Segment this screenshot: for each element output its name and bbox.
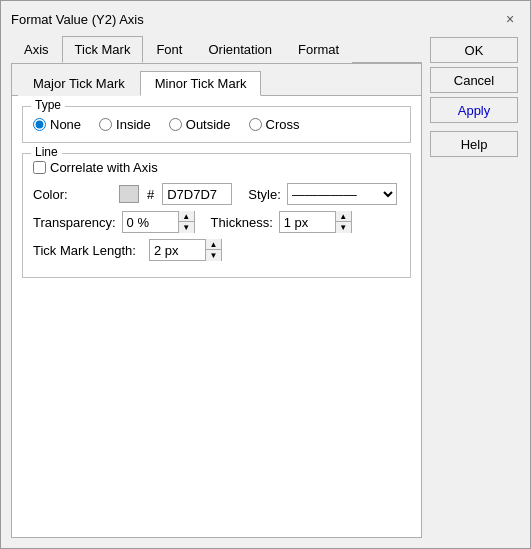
tick-length-spinner: ▲ ▼ <box>149 239 222 261</box>
radio-cross-input[interactable] <box>249 118 262 131</box>
transparency-label: Transparency: <box>33 215 116 230</box>
transparency-spinner-btns: ▲ ▼ <box>178 211 194 233</box>
style-select[interactable]: ————— - - - - · · · · <box>287 183 397 205</box>
style-label: Style: <box>248 187 281 202</box>
transparency-down-btn[interactable]: ▼ <box>178 222 194 233</box>
thickness-spinner: ▲ ▼ <box>279 211 352 233</box>
title-bar: Format Value (Y2) Axis × <box>1 1 530 35</box>
tab-orientation[interactable]: Orientation <box>195 36 285 63</box>
radio-none-input[interactable] <box>33 118 46 131</box>
transparency-row: Transparency: ▲ ▼ Thickness: <box>33 211 400 233</box>
color-row: Color: # Style: ————— - - - - · · · · <box>33 183 400 205</box>
close-button[interactable]: × <box>500 9 520 29</box>
radio-outside-input[interactable] <box>169 118 182 131</box>
apply-button[interactable]: Apply <box>430 97 518 123</box>
radio-none-label: None <box>50 117 81 132</box>
correlate-label: Correlate with Axis <box>50 160 158 175</box>
type-radio-row: None Inside Outside <box>33 113 400 132</box>
ok-button[interactable]: OK <box>430 37 518 63</box>
line-group-label: Line <box>31 145 62 159</box>
tick-length-row: Tick Mark Length: ▲ ▼ <box>33 239 400 261</box>
sub-tab-minor[interactable]: Minor Tick Mark <box>140 71 262 96</box>
tick-length-down-btn[interactable]: ▼ <box>205 250 221 261</box>
tick-length-up-btn[interactable]: ▲ <box>205 239 221 250</box>
correlate-checkbox[interactable]: Correlate with Axis <box>33 160 400 175</box>
radio-inside-label: Inside <box>116 117 151 132</box>
transparency-input[interactable] <box>123 212 178 232</box>
transparency-up-btn[interactable]: ▲ <box>178 211 194 222</box>
thickness-spinner-btns: ▲ ▼ <box>335 211 351 233</box>
tick-length-spinner-btns: ▲ ▼ <box>205 239 221 261</box>
sub-tabs: Major Tick Mark Minor Tick Mark <box>12 64 421 96</box>
cancel-button[interactable]: Cancel <box>430 67 518 93</box>
color-label: Color: <box>33 187 113 202</box>
tab-font[interactable]: Font <box>143 36 195 63</box>
tick-length-input[interactable] <box>150 240 205 260</box>
tab-tick-mark[interactable]: Tick Mark <box>62 36 144 63</box>
radio-none[interactable]: None <box>33 117 81 132</box>
hex-input[interactable] <box>162 183 232 205</box>
thickness-down-btn[interactable]: ▼ <box>335 222 351 233</box>
thickness-up-btn[interactable]: ▲ <box>335 211 351 222</box>
thickness-input[interactable] <box>280 212 335 232</box>
transparency-spinner: ▲ ▼ <box>122 211 195 233</box>
help-button[interactable]: Help <box>430 131 518 157</box>
thickness-label: Thickness: <box>211 215 273 230</box>
sub-content: Type None Inside <box>12 96 421 537</box>
color-swatch[interactable] <box>119 185 139 203</box>
tab-format[interactable]: Format <box>285 36 352 63</box>
tick-length-label: Tick Mark Length: <box>33 243 143 258</box>
correlate-input[interactable] <box>33 161 46 174</box>
radio-outside[interactable]: Outside <box>169 117 231 132</box>
type-group-label: Type <box>31 98 65 112</box>
line-group: Line Correlate with Axis Color: # <box>22 153 411 278</box>
type-group: Type None Inside <box>22 106 411 143</box>
hash-label: # <box>147 187 154 202</box>
dialog-title: Format Value (Y2) Axis <box>11 12 144 27</box>
radio-cross[interactable]: Cross <box>249 117 300 132</box>
radio-inside-input[interactable] <box>99 118 112 131</box>
dialog: Format Value (Y2) Axis × Axis Tick Mark … <box>0 0 531 549</box>
main-tabs: Axis Tick Mark Font Orientation Format <box>11 35 422 63</box>
sub-tab-major[interactable]: Major Tick Mark <box>18 71 140 96</box>
sub-tab-container: Major Tick Mark Minor Tick Mark Type Non… <box>11 63 422 538</box>
tab-axis[interactable]: Axis <box>11 36 62 63</box>
radio-cross-label: Cross <box>266 117 300 132</box>
left-panel: Axis Tick Mark Font Orientation Format M… <box>11 35 422 538</box>
right-panel: OK Cancel Apply Help <box>430 35 520 538</box>
radio-outside-label: Outside <box>186 117 231 132</box>
radio-inside[interactable]: Inside <box>99 117 151 132</box>
